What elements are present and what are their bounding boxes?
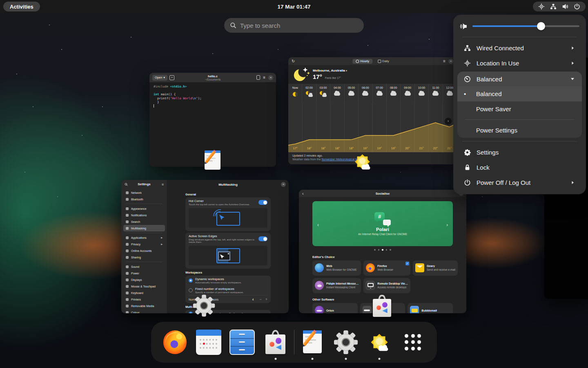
cloud-icon — [405, 91, 411, 97]
svg-text:19°: 19° — [377, 146, 382, 150]
back-icon[interactable]: ‹ — [302, 191, 304, 196]
radio-selected[interactable] — [189, 278, 193, 283]
sidebar-item-bluetooth[interactable]: Bluetooth — [123, 196, 165, 202]
power-off-row[interactable]: Power Off / Log Out — [457, 175, 582, 190]
code-editor[interactable]: #include <stdio.h> int main() { printf("… — [149, 82, 276, 110]
carousel-prev-icon[interactable]: ‹ — [317, 222, 319, 228]
tab-daily[interactable]: Daily — [374, 59, 392, 64]
open-button[interactable]: Open▾ — [152, 75, 167, 81]
app-tile-remote-desktop-vie-[interactable]: Remote Desktop Vie…Access remote desktop… — [363, 278, 410, 293]
app-tile-bubblemail[interactable]: Bubblemail — [408, 303, 453, 314]
close-icon[interactable]: × — [268, 75, 273, 80]
dock-item-app-grid[interactable] — [396, 322, 430, 363]
dock-item-text-editor[interactable] — [296, 322, 329, 363]
tab-hourly[interactable]: Hourly — [352, 59, 372, 64]
sidebar-item-printers[interactable]: Printers — [123, 296, 165, 303]
power-icon — [126, 272, 129, 275]
system-tray[interactable] — [533, 2, 586, 11]
sidebar-item-removable-media[interactable]: Removable Media — [123, 303, 165, 309]
dock-item-files[interactable] — [225, 322, 259, 363]
lock-row[interactable]: Lock — [457, 160, 582, 175]
window-app-badge-settings[interactable] — [192, 294, 216, 317]
window-app-badge-software[interactable] — [370, 294, 394, 318]
sidebar-item-appearance[interactable]: Appearance — [123, 205, 165, 212]
weather-window[interactable]: ↻ Hourly Daily ≡ × Melbourne, Australia … — [288, 57, 457, 164]
cloud-icon — [447, 91, 453, 97]
volume-slider[interactable] — [472, 22, 579, 30]
app-tile-orion[interactable]: Orion — [312, 303, 358, 314]
window-app-badge-text-editor[interactable] — [202, 150, 223, 171]
pidgin-app-icon — [315, 281, 324, 290]
power-settings-item[interactable]: Power Settings — [457, 123, 582, 138]
dock-item-settings[interactable] — [329, 322, 363, 363]
sidebar-item-online-accounts[interactable]: Online Accounts — [123, 247, 165, 254]
running-indicator — [379, 358, 381, 360]
hourly-forecast-strip[interactable]: Now02:0003:0004:0005:0006:0007:0008:0009… — [288, 84, 457, 103]
sidebar-item-sound[interactable]: Sound — [123, 263, 165, 270]
profile-option-power-saver[interactable]: Power Saver — [457, 101, 582, 117]
search-icon[interactable] — [125, 183, 128, 186]
section-general: General — [185, 193, 271, 196]
software-icon — [370, 294, 394, 318]
featured-banner[interactable]: ‹ › # Polari An Internet Relay Chat Clie… — [312, 201, 453, 246]
decrement-button[interactable]: − — [259, 297, 261, 301]
refresh-icon[interactable]: ↻ — [292, 59, 295, 63]
dock-item-weather[interactable] — [363, 322, 396, 363]
volume-knob[interactable] — [537, 22, 545, 30]
sidebar-item-keyboard[interactable]: Keyboard — [123, 289, 165, 296]
sidebar-item-applications[interactable]: Applications▶ — [123, 234, 165, 241]
menu-icon[interactable]: ≡ — [443, 59, 445, 63]
carousel-next-icon[interactable]: › — [446, 222, 448, 228]
menu-icon[interactable]: ≡ — [263, 75, 265, 80]
wired-row[interactable]: Wired Connected — [457, 40, 582, 56]
power-icon — [574, 3, 580, 10]
carousel-dots[interactable] — [299, 249, 466, 251]
clock[interactable]: 17 Mar 01:47 — [277, 4, 310, 10]
text-cursor — [154, 104, 154, 108]
app-grid-icon — [400, 330, 425, 355]
dynamic-workspaces-row[interactable]: Dynamic workspaces Automatically removes… — [185, 276, 271, 285]
close-icon[interactable]: × — [448, 59, 453, 64]
hour-column: 08:00 — [386, 84, 400, 103]
sidebar-item-mouse-touchpad[interactable]: Mouse & Touchpad — [123, 283, 165, 289]
sidebar-item-multitasking[interactable]: Multitasking — [123, 225, 165, 231]
scroll-right-button[interactable]: › — [445, 118, 452, 125]
settings-gear-icon — [333, 330, 359, 355]
hour-column: 02:00 — [302, 84, 316, 103]
sidebar-item-notifications[interactable]: Notifications — [123, 212, 165, 218]
profile-option-balanced[interactable]: •Balanced — [457, 86, 582, 101]
sidebar-item-search[interactable]: Search — [123, 218, 165, 225]
screen-edges-toggle[interactable] — [258, 236, 267, 241]
app-tile-pidgin-internet-messe-[interactable]: Pidgin Internet Messe…Instant Messaging … — [312, 278, 361, 293]
sidebar-item-sharing[interactable]: Sharing — [123, 254, 165, 260]
document-icon[interactable] — [256, 75, 260, 80]
orion-app-icon — [315, 306, 324, 313]
increment-button[interactable]: + — [265, 297, 267, 301]
app-tile-firefox[interactable]: FirefoxWeb Browser ✓ — [363, 260, 410, 276]
dock-item-software[interactable] — [259, 322, 292, 363]
settings-window[interactable]: Settings ≡ Network Bluetooth Appearance … — [121, 180, 289, 313]
window-app-badge-weather[interactable] — [351, 150, 374, 173]
sidebar-item-power[interactable]: Power — [123, 270, 165, 276]
sidebar-item-displays[interactable]: Displays — [123, 276, 165, 283]
location-selector[interactable]: Melbourne, Australia ▾ — [313, 69, 347, 72]
app-tile-geary[interactable]: GearySend and receive e-mail — [413, 260, 458, 276]
menu-icon[interactable]: ≡ — [162, 182, 164, 186]
activities-button[interactable]: Activities — [3, 2, 40, 11]
close-icon[interactable]: × — [281, 182, 286, 187]
sidebar-item-network[interactable]: Network — [123, 189, 165, 196]
sidebar-item-colour[interactable]: Colour — [123, 309, 165, 313]
hot-corner-toggle[interactable] — [258, 200, 267, 205]
document-title: hello.c ~/Documents — [205, 74, 220, 81]
dock-item-firefox[interactable] — [158, 322, 192, 363]
dock-item-calendar[interactable] — [192, 322, 225, 363]
power-profile-row[interactable]: Balanced — [457, 72, 582, 86]
app-tile-web[interactable]: WebWeb Browser for GNOME — [312, 260, 361, 276]
radio-unselected[interactable] — [189, 288, 193, 292]
location-row[interactable]: Location In Use — [457, 56, 582, 71]
settings-row[interactable]: Settings — [457, 145, 582, 160]
search-input[interactable]: Type to search — [224, 18, 364, 33]
sidebar-item-privacy[interactable]: Privacy▶ — [123, 241, 165, 247]
new-tab-button[interactable]: + — [169, 75, 174, 80]
screen-edges-card: Active Screen Edges Drag windows against… — [185, 233, 271, 269]
